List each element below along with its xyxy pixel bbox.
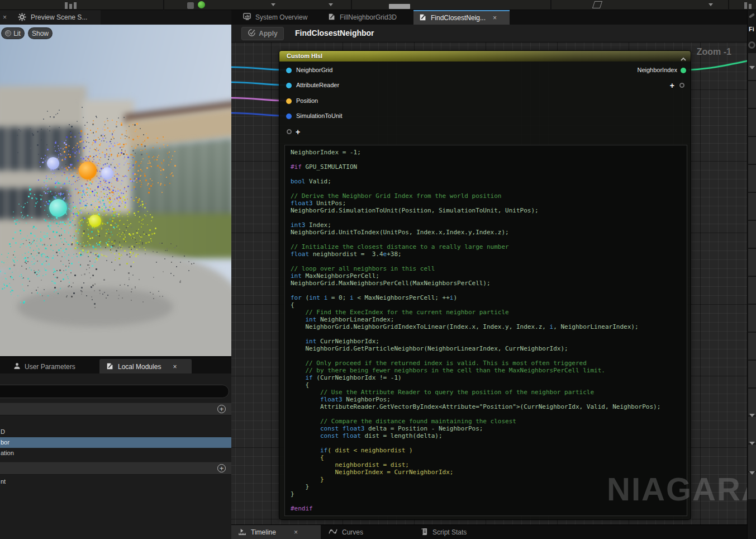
particle-preview-viewport[interactable]: Lit Show	[0, 25, 231, 356]
module-list-item[interactable]: ation	[0, 448, 231, 458]
apply-check-icon	[248, 29, 256, 39]
toolbar-dropdown-arrow[interactable]	[271, 3, 275, 6]
toolbar-dropdown-arrow[interactable]	[329, 3, 333, 6]
input-pin[interactable]	[286, 98, 292, 104]
preview-tabbar: × Preview Scene S...	[0, 10, 231, 25]
show-menu-button[interactable]: Show	[28, 27, 53, 39]
module-section-header[interactable]: +	[0, 403, 231, 415]
collapsed-category-row[interactable]	[748, 249, 756, 276]
code-line: for (int i = 0; i < MaxNeighborsPerCell;…	[291, 294, 687, 301]
collapsed-category-row[interactable]	[748, 277, 756, 304]
tab-timeline[interactable]: Timeline ×	[231, 525, 321, 539]
main-toolbar[interactable]	[0, 0, 756, 10]
collapsed-category-row[interactable]	[748, 417, 756, 443]
script-stats-icon	[420, 528, 428, 537]
output-pin[interactable]	[681, 68, 686, 73]
pin-row-neighborgrid[interactable]: NeighborGrid NeighborIndex	[279, 65, 692, 75]
collapsed-category-row[interactable]	[748, 221, 756, 248]
particle-sphere	[49, 199, 67, 217]
collapsed-category-row[interactable]	[748, 109, 756, 136]
toolbar-partial-icon	[65, 2, 68, 9]
tab-label: FillNeighborGrid3D	[340, 13, 397, 21]
code-line: int NeighborLinearIndex;	[291, 316, 687, 323]
add-output-pin-icon[interactable]: +	[670, 82, 674, 89]
tab-curves[interactable]: Curves	[322, 525, 400, 539]
pin-row-simulationtounit[interactable]: SimulationToUnit	[279, 111, 692, 121]
toolbar-partial-icon	[74, 2, 77, 9]
tab-user-parameters[interactable]: User Parameters	[7, 359, 82, 375]
expander-arrow-icon[interactable]	[749, 442, 755, 445]
collapsed-category-row[interactable]	[748, 165, 756, 192]
niagara-script-icon	[328, 13, 336, 22]
tab-system-overview[interactable]: System Overview	[237, 10, 322, 25]
tab-local-modules[interactable]: Local Modules ×	[99, 359, 192, 375]
niagara-script-icon	[419, 13, 427, 23]
expander-arrow-icon[interactable]	[749, 414, 755, 417]
code-line: // Initialize the closest distance to a …	[291, 243, 687, 250]
code-line	[291, 352, 687, 360]
close-icon[interactable]: ×	[173, 363, 177, 371]
input-pin[interactable]	[286, 68, 292, 73]
apply-button[interactable]: Apply	[241, 27, 284, 40]
code-line: const float dist = length(delta);	[291, 432, 687, 439]
show-label: Show	[32, 30, 49, 37]
collapsed-category-row[interactable]	[748, 81, 756, 108]
pin-row-position[interactable]: Position	[279, 96, 692, 106]
node-graph-canvas[interactable]: Zoom -1 Custom Hlsl NeighborGrid Neighbo…	[231, 42, 747, 524]
toolbar-partial-icon	[744, 2, 747, 9]
code-line: int3 Index;	[291, 221, 687, 229]
pin-type-circle-icon[interactable]	[679, 83, 684, 88]
code-line: // loop over all neighbors in this cell	[291, 265, 687, 272]
lit-mode-button[interactable]: Lit	[1, 27, 25, 39]
code-line	[291, 185, 687, 192]
custom-hlsl-node[interactable]: Custom Hlsl NeighborGrid NeighborIndex A…	[279, 50, 691, 520]
close-icon[interactable]: ×	[294, 528, 298, 536]
collapsed-category-row[interactable]	[748, 137, 756, 164]
input-pin[interactable]	[286, 83, 292, 88]
add-input-pin-icon[interactable]: +	[296, 128, 300, 136]
tab-script-stats[interactable]: Script Stats	[413, 525, 497, 539]
toolbar-dropdown-arrow[interactable]	[709, 3, 713, 6]
code-line	[291, 214, 687, 221]
module-list-item[interactable]: D	[0, 427, 231, 437]
module-list-item-selected[interactable]: bor	[0, 437, 231, 448]
code-line	[291, 171, 687, 178]
collapsed-category-row[interactable]	[748, 445, 756, 471]
input-pin[interactable]	[286, 114, 292, 119]
collapsed-category-row[interactable]	[748, 361, 756, 387]
collapsed-category-row[interactable]	[748, 389, 756, 415]
collapsed-category-row[interactable]	[748, 305, 756, 332]
niagara-script-icon	[106, 362, 114, 372]
code-line: NeighborGrid.SimulationToUnit(Position, …	[291, 207, 687, 214]
toolbar-partial-icon	[69, 4, 72, 9]
toolbar-separator	[728, 0, 729, 10]
module-section-header[interactable]: +	[0, 462, 231, 475]
hlsl-code-editor[interactable]: NeighborIndex = -1; #if GPU_SIMULATION b…	[284, 145, 687, 516]
particle-sphere	[47, 157, 59, 169]
search-input[interactable]	[0, 385, 229, 398]
expander-arrow-icon[interactable]	[749, 66, 755, 69]
script-toolbar: Apply FindClosestNeighbor	[231, 25, 747, 42]
close-icon[interactable]: ×	[3, 13, 7, 22]
collapsed-category-row[interactable]	[748, 193, 756, 220]
expander-arrow-icon[interactable]	[749, 471, 755, 475]
collapsed-category-row[interactable]	[748, 333, 756, 360]
collapse-chevron-icon[interactable]	[681, 54, 686, 64]
pin-type-circle-icon[interactable]	[287, 129, 292, 134]
module-list-item[interactable]: nt	[0, 476, 231, 487]
sphere-icon	[748, 41, 755, 49]
add-module-icon[interactable]: +	[217, 405, 226, 413]
pin-row-add-input[interactable]: +	[279, 127, 692, 137]
pin-row-attributereader[interactable]: AttributeReader +	[279, 81, 692, 91]
document-tabbar: System Overview FillNeighborGrid3D FindC…	[231, 10, 747, 25]
tab-fillneighborgrid3d[interactable]: FillNeighborGrid3D	[322, 10, 413, 25]
close-icon[interactable]: ×	[493, 14, 497, 22]
panel-label-fragment: Fi	[749, 26, 754, 32]
script-editor-panel: System Overview FillNeighborGrid3D FindC…	[231, 10, 747, 539]
collapsed-category-row[interactable]	[748, 472, 756, 499]
tab-findclosestneighbor[interactable]: FindClosestNeig... ×	[413, 10, 510, 25]
add-module-icon[interactable]: +	[217, 464, 226, 472]
collapsed-details-panel[interactable]: Fi	[747, 10, 756, 539]
node-header[interactable]: Custom Hlsl	[279, 51, 691, 62]
pin-label: AttributeReader	[296, 82, 339, 88]
